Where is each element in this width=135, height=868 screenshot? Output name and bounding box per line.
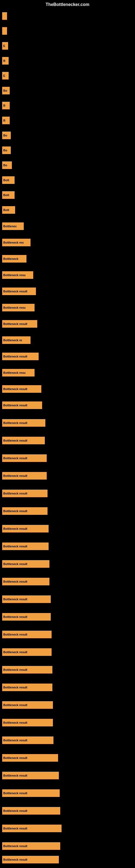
bar-label: Bottleneck res	[3, 241, 24, 244]
bar-label: Bottleneck result	[3, 858, 27, 861]
bar-label: Bottleneck result	[3, 809, 27, 812]
bar-item: Bottleneck result	[2, 754, 58, 762]
bar-label: Bottleneck result	[3, 355, 27, 358]
bar-label: Bottleneck result	[3, 509, 27, 513]
bar-label: Bottleneck result	[3, 668, 27, 671]
bar-item: Bottlenec	[2, 222, 24, 230]
bar-item: Bottleneck result	[2, 666, 52, 674]
bar-item: Bottleneck result	[2, 631, 52, 638]
bar-label: Bottleneck resu	[3, 273, 26, 277]
bar-label: B	[3, 59, 5, 62]
bar-label: Bottleneck result	[3, 792, 27, 795]
site-title: TheBottlenecker.com	[46, 2, 89, 7]
bar-item: Bottleneck result	[2, 719, 53, 726]
bar-label: Bottleneck result	[3, 322, 27, 326]
bar-label: Bottlenec	[3, 225, 17, 228]
bar-item: Bottleneck result	[2, 525, 49, 532]
bar-label: Bottleneck result	[3, 597, 27, 601]
bar-label: Bottleneck result	[3, 827, 27, 830]
bar-label: Bottleneck resu	[3, 306, 26, 309]
bar-item: Bottleneck result	[2, 437, 45, 444]
bar-item: Bottleneck res	[2, 239, 31, 246]
bar-label: Bottleneck result	[3, 650, 27, 654]
bar-item: Bo	[2, 161, 12, 169]
bar-label: Bottleneck result	[3, 457, 27, 460]
bar-item: Bottleneck result	[2, 542, 49, 550]
bar-item: Bottleneck result	[2, 352, 39, 360]
bar-item: Bottleneck result	[2, 842, 60, 850]
bar-item: Bottleneck result	[2, 472, 47, 479]
bar-label: Bottleneck result	[3, 290, 27, 293]
bar-label: Bottleneck result	[3, 844, 27, 848]
bar-label: B	[3, 119, 5, 122]
bar-item: Bottleneck result	[2, 648, 52, 656]
bar-label: Bottleneck	[3, 257, 18, 260]
bar-label: Bo	[3, 134, 7, 137]
bar-item: Bo	[2, 87, 10, 94]
bar-item: Bottleneck result	[2, 701, 53, 709]
bar-label: Bottleneck result	[3, 721, 27, 724]
bar-item: Bottleneck result	[2, 595, 51, 603]
bar-label: E	[3, 74, 5, 77]
bar-label: Bottleneck result	[3, 739, 27, 742]
bar-label: Bottleneck resu	[3, 371, 26, 374]
bar-item	[2, 12, 7, 20]
bar-label: Bottleneck result	[3, 580, 27, 583]
bar-item: Bo	[2, 131, 11, 139]
bar-item: Bottleneck resu	[2, 369, 35, 376]
bar-item: B	[2, 57, 9, 65]
bar-item: Bottleneck result	[2, 560, 49, 568]
bar-item: Bottleneck result	[2, 490, 48, 497]
bar-item: E	[2, 72, 9, 80]
bar-label: Bottleneck result	[3, 492, 27, 495]
bar-item: B	[2, 102, 10, 109]
bar-item: Bottleneck result	[2, 789, 60, 797]
bar-label: Bottleneck result	[3, 421, 27, 425]
bar-label: Bottleneck result	[3, 527, 27, 530]
bar-item: Bottleneck result	[2, 807, 60, 814]
bar-item: Bottleneck result	[2, 578, 49, 585]
bar-label: Bottleneck result	[3, 615, 27, 618]
bar-item: Bo	[2, 147, 11, 154]
bar-label: Bo	[3, 149, 7, 152]
bar-item: Bottleneck result	[2, 772, 59, 779]
bar-item: Bottleneck result	[2, 320, 37, 328]
bar-item: E	[2, 42, 8, 50]
bar-item: Bottleneck resu	[2, 304, 35, 311]
bar-item: Bottleneck	[2, 255, 27, 262]
bar-item: Bottleneck result	[2, 454, 47, 462]
bar-label: Bottleneck result	[3, 439, 27, 442]
bar-item	[2, 27, 7, 35]
bar-label: B	[3, 104, 5, 107]
bar-label: Bottleneck result	[3, 474, 27, 477]
bar-label: Bottleneck result	[3, 686, 27, 689]
bar-label: Bottleneck result	[3, 756, 27, 760]
bar-item: Bott	[2, 191, 14, 199]
bar-item: Bott	[2, 206, 15, 214]
bar-label: Bottleneck result	[3, 388, 27, 391]
bar-item: Bottleneck result	[2, 737, 53, 744]
bar-label: E	[3, 44, 5, 48]
bar-item: Bottleneck result	[2, 401, 42, 409]
bar-item: Bottleneck result	[2, 287, 36, 295]
bar-item: Bottleneck result	[2, 684, 52, 691]
bar-item: Bott	[2, 176, 14, 184]
bar-item: Bottleneck result	[2, 856, 59, 863]
bar-label: Bottleneck result	[3, 562, 27, 565]
bar-label: Bo	[3, 163, 7, 167]
bar-label: Bottleneck result	[3, 404, 27, 407]
bar-item: Bottleneck result	[2, 419, 45, 427]
bar-label: Bottleneck re	[3, 339, 22, 342]
bar-item: Bottleneck result	[2, 385, 41, 393]
bar-item: Bottleneck result	[2, 507, 48, 515]
bar-item: B	[2, 117, 10, 124]
bar-label: Bottleneck result	[3, 545, 27, 548]
bar-label: Bottleneck result	[3, 633, 27, 636]
bar-item: Bottleneck resu	[2, 271, 33, 279]
bar-label: Bott	[3, 179, 9, 182]
bar-label: Bo	[3, 89, 7, 92]
bar-item: Bottleneck re	[2, 336, 31, 344]
bar-item: Bottleneck result	[2, 613, 51, 621]
bar-label: Bottleneck result	[3, 703, 27, 707]
bar-label: Bott	[3, 208, 9, 212]
